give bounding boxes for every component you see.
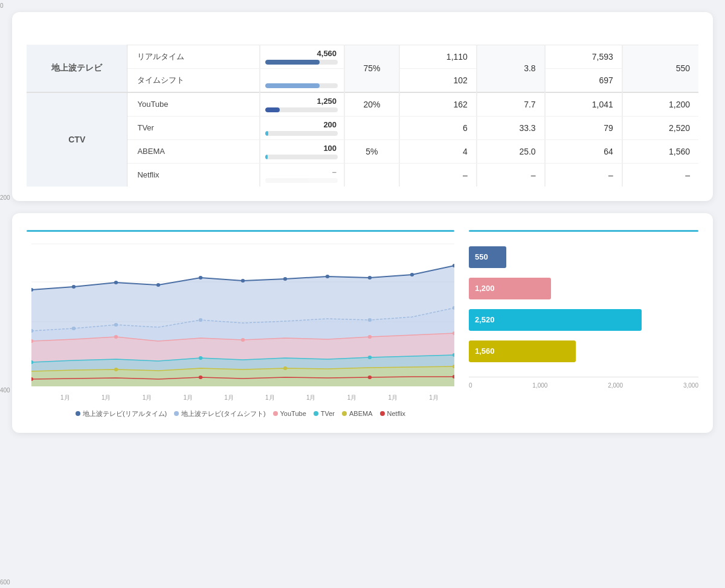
unit-tver: 33.3: [519, 123, 535, 133]
table-card: 地上波テレビ リアルタイム 4,560 75% 1,110 3.8 7,593 …: [12, 12, 713, 201]
bar-chart-area: 550 1,200 2,520 1,560: [469, 241, 698, 377]
legend-item-realtime: 地上波テレビ(リアルタイム): [76, 409, 167, 418]
col-unit-price-header: [477, 27, 545, 45]
cpm-tver: 2,520: [669, 123, 690, 133]
legend-dot-abema: [342, 411, 347, 416]
viewers-netflix: –: [463, 170, 468, 180]
sub-tver-label: TVer: [137, 123, 153, 132]
svg-point-5: [72, 285, 76, 289]
line-chart-container: 600 400 200 0: [27, 228, 454, 418]
svg-point-24: [368, 335, 372, 339]
sub-realtime-label: リアルタイム: [137, 52, 184, 61]
bar-chart-container: 550 1,200 2,520 1,560 0 1,000 2,000 3,00…: [469, 228, 698, 418]
viewers-realtime: 1,110: [446, 52, 468, 62]
svg-point-11: [326, 275, 329, 278]
viewers-youtube: 162: [454, 100, 468, 109]
amount-youtube: 1,250: [265, 97, 339, 106]
unit-abema: 25.0: [519, 147, 535, 156]
table-row: 地上波テレビ リアルタイム 4,560 75% 1,110 3.8 7,593 …: [27, 45, 698, 68]
ratio-youtube: 20%: [363, 100, 380, 109]
imp-abema: 64: [604, 147, 613, 156]
bar-chart-underline: [469, 230, 698, 232]
svg-point-17: [114, 323, 118, 327]
h-bar-fill: 1,200: [469, 278, 551, 299]
svg-point-31: [283, 366, 287, 370]
h-bar-fill: 550: [469, 246, 506, 268]
svg-point-34: [199, 375, 202, 379]
svg-point-8: [199, 276, 202, 280]
legend-dot-youtube: [273, 411, 278, 416]
h-bar-value: 1,200: [475, 284, 495, 293]
imp-timeshift: 697: [599, 75, 613, 85]
line-chart-underline: [27, 230, 454, 232]
y-axis-labels: 600 400 200 0: [0, 0, 18, 457]
svg-point-13: [410, 273, 414, 276]
imp-youtube: 1,041: [592, 100, 613, 109]
ratio-tv: 75%: [363, 63, 380, 73]
amount-netflix: –: [265, 167, 339, 176]
group-tv-label: 地上波テレビ: [51, 63, 102, 72]
svg-point-12: [368, 276, 372, 280]
x-axis-labels: 1月 1月 1月 1月 1月 1月 1月 1月 1月 1月: [27, 394, 454, 402]
unit-youtube: 7.7: [524, 100, 535, 109]
legend-item-youtube: YouTube: [273, 409, 306, 418]
svg-point-23: [241, 338, 245, 342]
group-ctv-label: CTV: [68, 135, 85, 144]
data-table: 地上波テレビ リアルタイム 4,560 75% 1,110 3.8 7,593 …: [27, 27, 698, 187]
viewers-tver: 6: [463, 123, 468, 133]
amount-timeshift: .: [265, 72, 339, 81]
col-ratio-header: [344, 27, 399, 45]
legend-dot-timeshift: [174, 411, 179, 416]
unit-netflix: –: [531, 170, 536, 180]
amount-abema: 100: [265, 144, 339, 153]
legend-dot-tver: [314, 411, 318, 416]
sub-timeshift-label: タイムシフト: [137, 75, 184, 85]
legend-item-netflix: Netflix: [380, 409, 406, 418]
svg-point-9: [241, 279, 245, 283]
charts-card: 600 400 200 0: [12, 213, 713, 433]
svg-point-28: [368, 356, 372, 359]
legend-item-abema: ABEMA: [342, 409, 373, 418]
cpm-youtube: 1,200: [669, 100, 690, 109]
h-bar-row: 550: [469, 246, 698, 268]
svg-point-22: [114, 335, 118, 339]
svg-point-27: [199, 356, 202, 360]
h-bar-row: 2,520: [469, 309, 698, 331]
svg-point-16: [72, 327, 76, 330]
col-empty-header: [27, 27, 260, 45]
h-bar-fill: 2,520: [469, 309, 642, 331]
legend-dot-netflix: [380, 411, 385, 416]
legend-item-timeshift: 地上波テレビ(タイムシフト): [174, 409, 265, 418]
table-row: TVer 200 6 33.3 79 2,520: [27, 116, 698, 139]
table-row: Netflix – – – – –: [27, 163, 698, 187]
ratio-abema: 5%: [366, 147, 378, 156]
cpm-abema: 1,560: [669, 147, 690, 156]
table-row: ABEMA 100 5% 4 25.0 64 1,560: [27, 139, 698, 163]
legend: 地上波テレビ(リアルタイム) 地上波テレビ(タイムシフト) YouTube TV…: [27, 409, 454, 418]
h-bar-fill: 1,560: [469, 340, 576, 362]
charts-row: 600 400 200 0: [27, 228, 698, 418]
viewers-timeshift: 102: [454, 75, 468, 85]
svg-point-7: [156, 283, 160, 287]
amount-tver: 200: [265, 120, 339, 129]
h-bar-value: 2,520: [475, 315, 495, 324]
svg-point-10: [283, 277, 287, 281]
col-target-viewers-header: [399, 27, 477, 45]
h-bar-row: 1,200: [469, 278, 698, 299]
cpm-netflix: –: [685, 170, 690, 180]
cpm-tv: 550: [676, 63, 690, 73]
unit-price-tv: 3.8: [524, 63, 535, 73]
viewers-abema: 4: [463, 147, 468, 156]
svg-point-35: [368, 375, 372, 379]
sub-netflix-label: Netflix: [137, 170, 159, 179]
svg-point-30: [114, 368, 118, 371]
sub-abema-label: ABEMA: [137, 147, 165, 156]
h-axis-line: [469, 377, 698, 377]
h-bar-value: 1,560: [475, 347, 495, 356]
amount-realtime: 4,560: [265, 49, 339, 58]
table-row: CTV YouTube 1,250 20% 162 7.7 1,041 1,20…: [27, 92, 698, 116]
sub-youtube-label: YouTube: [137, 100, 168, 109]
svg-point-18: [199, 318, 202, 322]
col-amount-header: [260, 27, 344, 45]
col-target-cpm-header: [622, 27, 698, 45]
